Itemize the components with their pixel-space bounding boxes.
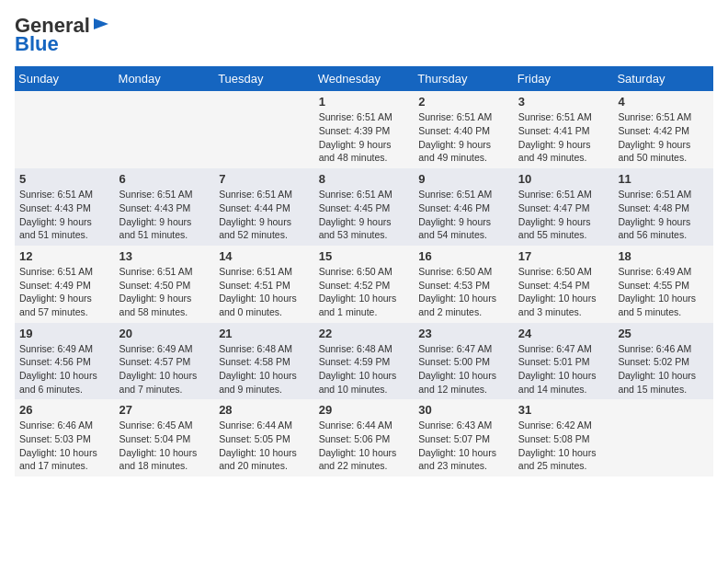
day-number: 24 <box>518 327 609 340</box>
day-cell: 28Sunrise: 6:44 AM Sunset: 5:05 PM Dayli… <box>214 399 314 477</box>
day-info: Sunrise: 6:50 AM Sunset: 4:52 PM Dayligh… <box>319 265 410 319</box>
day-number: 17 <box>518 249 609 263</box>
day-number: 29 <box>319 403 410 417</box>
day-number: 19 <box>19 327 110 340</box>
day-number: 23 <box>418 327 509 340</box>
day-number: 11 <box>618 172 709 186</box>
day-cell: 23Sunrise: 6:47 AM Sunset: 5:00 PM Dayli… <box>414 323 514 400</box>
day-info: Sunrise: 6:44 AM Sunset: 5:05 PM Dayligh… <box>219 419 310 473</box>
header-sunday: Sunday <box>15 66 115 91</box>
day-cell <box>15 91 115 168</box>
day-info: Sunrise: 6:51 AM Sunset: 4:43 PM Dayligh… <box>119 188 210 242</box>
day-info: Sunrise: 6:45 AM Sunset: 5:04 PM Dayligh… <box>119 419 210 473</box>
day-cell: 14Sunrise: 6:51 AM Sunset: 4:51 PM Dayli… <box>214 246 314 323</box>
header-monday: Monday <box>115 66 215 91</box>
day-info: Sunrise: 6:42 AM Sunset: 5:08 PM Dayligh… <box>518 419 609 473</box>
day-number: 3 <box>518 95 609 109</box>
day-info: Sunrise: 6:47 AM Sunset: 5:01 PM Dayligh… <box>518 342 609 396</box>
day-cell: 21Sunrise: 6:48 AM Sunset: 4:58 PM Dayli… <box>214 323 314 400</box>
day-cell <box>214 91 314 168</box>
day-info: Sunrise: 6:49 AM Sunset: 4:56 PM Dayligh… <box>19 342 110 396</box>
day-number: 13 <box>119 249 210 263</box>
day-cell: 30Sunrise: 6:43 AM Sunset: 5:07 PM Dayli… <box>414 399 514 477</box>
day-number: 2 <box>418 95 509 109</box>
header-saturday: Saturday <box>613 66 713 91</box>
logo: General Blue <box>15 15 110 55</box>
day-info: Sunrise: 6:51 AM Sunset: 4:44 PM Dayligh… <box>219 188 310 242</box>
day-number: 4 <box>618 95 709 109</box>
day-info: Sunrise: 6:50 AM Sunset: 4:54 PM Dayligh… <box>518 265 609 319</box>
day-cell: 29Sunrise: 6:44 AM Sunset: 5:06 PM Dayli… <box>314 399 415 477</box>
day-info: Sunrise: 6:51 AM Sunset: 4:50 PM Dayligh… <box>119 265 210 319</box>
day-number: 10 <box>518 172 609 186</box>
day-number: 15 <box>319 249 410 263</box>
day-info: Sunrise: 6:51 AM Sunset: 4:40 PM Dayligh… <box>418 110 509 165</box>
day-number: 6 <box>119 172 210 186</box>
day-info: Sunrise: 6:50 AM Sunset: 4:53 PM Dayligh… <box>418 265 509 319</box>
day-cell: 13Sunrise: 6:51 AM Sunset: 4:50 PM Dayli… <box>115 246 215 323</box>
day-cell: 5Sunrise: 6:51 AM Sunset: 4:43 PM Daylig… <box>15 168 115 246</box>
day-cell: 27Sunrise: 6:45 AM Sunset: 5:04 PM Dayli… <box>115 399 215 477</box>
day-info: Sunrise: 6:51 AM Sunset: 4:45 PM Dayligh… <box>319 188 410 242</box>
day-info: Sunrise: 6:51 AM Sunset: 4:51 PM Dayligh… <box>219 265 310 319</box>
day-number: 28 <box>219 403 310 417</box>
day-info: Sunrise: 6:51 AM Sunset: 4:39 PM Dayligh… <box>319 110 410 165</box>
day-number: 22 <box>319 327 410 340</box>
svg-marker-0 <box>94 18 108 29</box>
day-cell <box>613 399 713 477</box>
header-friday: Friday <box>514 66 614 91</box>
day-number: 12 <box>19 249 110 263</box>
day-info: Sunrise: 6:51 AM Sunset: 4:42 PM Dayligh… <box>618 110 709 165</box>
day-cell: 10Sunrise: 6:51 AM Sunset: 4:47 PM Dayli… <box>514 168 614 246</box>
day-info: Sunrise: 6:46 AM Sunset: 5:03 PM Dayligh… <box>19 419 110 473</box>
day-info: Sunrise: 6:51 AM Sunset: 4:46 PM Dayligh… <box>418 188 509 242</box>
day-cell: 9Sunrise: 6:51 AM Sunset: 4:46 PM Daylig… <box>414 168 514 246</box>
week-row-1: 1Sunrise: 6:51 AM Sunset: 4:39 PM Daylig… <box>15 91 713 168</box>
day-cell: 15Sunrise: 6:50 AM Sunset: 4:52 PM Dayli… <box>314 246 415 323</box>
day-cell: 19Sunrise: 6:49 AM Sunset: 4:56 PM Dayli… <box>15 323 115 400</box>
day-number: 7 <box>219 172 310 186</box>
day-number: 5 <box>19 172 110 186</box>
day-number: 8 <box>319 172 410 186</box>
day-cell: 6Sunrise: 6:51 AM Sunset: 4:43 PM Daylig… <box>115 168 215 246</box>
day-info: Sunrise: 6:48 AM Sunset: 4:58 PM Dayligh… <box>219 342 310 396</box>
day-info: Sunrise: 6:46 AM Sunset: 5:02 PM Dayligh… <box>618 342 709 396</box>
day-number: 21 <box>219 327 310 340</box>
day-cell: 18Sunrise: 6:49 AM Sunset: 4:55 PM Dayli… <box>613 246 713 323</box>
day-cell: 26Sunrise: 6:46 AM Sunset: 5:03 PM Dayli… <box>15 399 115 477</box>
day-cell: 4Sunrise: 6:51 AM Sunset: 4:42 PM Daylig… <box>613 91 713 168</box>
day-cell: 17Sunrise: 6:50 AM Sunset: 4:54 PM Dayli… <box>514 246 614 323</box>
day-number: 16 <box>418 249 509 263</box>
day-cell: 1Sunrise: 6:51 AM Sunset: 4:39 PM Daylig… <box>314 91 415 168</box>
day-number: 1 <box>319 95 410 109</box>
day-info: Sunrise: 6:51 AM Sunset: 4:43 PM Dayligh… <box>19 188 110 242</box>
day-info: Sunrise: 6:49 AM Sunset: 4:55 PM Dayligh… <box>618 265 709 319</box>
day-number: 18 <box>618 249 709 263</box>
day-cell: 3Sunrise: 6:51 AM Sunset: 4:41 PM Daylig… <box>514 91 614 168</box>
week-row-2: 5Sunrise: 6:51 AM Sunset: 4:43 PM Daylig… <box>15 168 713 246</box>
day-info: Sunrise: 6:51 AM Sunset: 4:47 PM Dayligh… <box>518 188 609 242</box>
day-cell: 8Sunrise: 6:51 AM Sunset: 4:45 PM Daylig… <box>314 168 415 246</box>
day-number: 14 <box>219 249 310 263</box>
day-info: Sunrise: 6:51 AM Sunset: 4:48 PM Dayligh… <box>618 188 709 242</box>
calendar-header-row: SundayMondayTuesdayWednesdayThursdayFrid… <box>15 66 713 91</box>
logo-arrow-icon <box>92 15 110 33</box>
page-header: General Blue <box>15 15 713 55</box>
week-row-3: 12Sunrise: 6:51 AM Sunset: 4:49 PM Dayli… <box>15 246 713 323</box>
header-wednesday: Wednesday <box>314 66 415 91</box>
day-cell: 7Sunrise: 6:51 AM Sunset: 4:44 PM Daylig… <box>214 168 314 246</box>
day-cell: 2Sunrise: 6:51 AM Sunset: 4:40 PM Daylig… <box>414 91 514 168</box>
day-info: Sunrise: 6:44 AM Sunset: 5:06 PM Dayligh… <box>319 419 410 473</box>
day-info: Sunrise: 6:51 AM Sunset: 4:49 PM Dayligh… <box>19 265 110 319</box>
day-number: 31 <box>518 403 609 417</box>
day-number: 26 <box>19 403 110 417</box>
header-thursday: Thursday <box>414 66 514 91</box>
day-cell: 25Sunrise: 6:46 AM Sunset: 5:02 PM Dayli… <box>613 323 713 400</box>
day-info: Sunrise: 6:43 AM Sunset: 5:07 PM Dayligh… <box>418 419 509 473</box>
logo-blue-text: Blue <box>15 33 59 55</box>
day-cell: 16Sunrise: 6:50 AM Sunset: 4:53 PM Dayli… <box>414 246 514 323</box>
calendar-table: SundayMondayTuesdayWednesdayThursdayFrid… <box>15 66 713 477</box>
day-cell: 31Sunrise: 6:42 AM Sunset: 5:08 PM Dayli… <box>514 399 614 477</box>
week-row-4: 19Sunrise: 6:49 AM Sunset: 4:56 PM Dayli… <box>15 323 713 400</box>
day-info: Sunrise: 6:49 AM Sunset: 4:57 PM Dayligh… <box>119 342 210 396</box>
